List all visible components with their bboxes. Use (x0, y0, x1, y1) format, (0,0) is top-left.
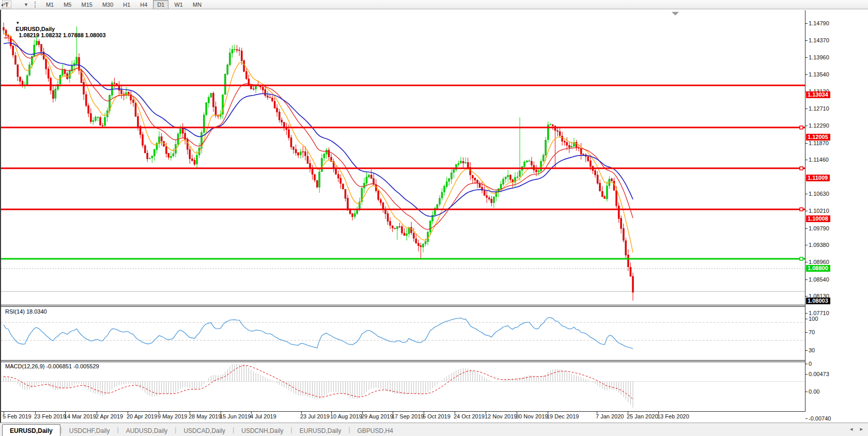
ma-slow-line[interactable] (4, 43, 633, 216)
level-line-handle[interactable] (800, 257, 803, 260)
timeframe-bar: M1M5M15M30H1H4D1W1MN (42, 0, 206, 9)
date-tick-label: 30 Nov 2019 (516, 413, 548, 419)
chart-header: ▼ EURUSD,Daily 1.08219 1.08232 1.07888 1… (6, 13, 106, 44)
price-tick-label: 1.13540 (809, 71, 829, 77)
price-tick-mark (805, 245, 808, 245)
price-level-badge: 1.10008 (806, 215, 830, 222)
timeframe-button-m1[interactable]: M1 (42, 0, 58, 9)
price-tick-label: 100 (809, 316, 818, 322)
price-level-badge: 1.13034 (806, 91, 830, 98)
date-tick-label: 13 Feb 2020 (657, 413, 689, 419)
price-tick-mark (805, 279, 808, 280)
chart-tab-eurusd-daily[interactable]: EURUSD,Daily (2, 424, 60, 436)
price-tick-mark (805, 350, 808, 351)
price-tick-label: 0 (809, 361, 812, 367)
price-tick-label: 1.12290 (809, 122, 829, 129)
cursor-mode-icon[interactable] (12, 1, 22, 8)
price-tick-mark (805, 374, 808, 375)
price-tick-label: 1.14790 (809, 20, 829, 26)
date-tick-label: 23 Jul 2019 (300, 413, 330, 419)
date-tick-label: 10 Aug 2019 (330, 413, 362, 419)
ma-medium-line[interactable] (4, 38, 633, 229)
chart-tab-gbpusd-h4[interactable]: GBPUSD,H4 (350, 425, 400, 436)
price-tick-mark (805, 40, 808, 41)
price-tick-label: 0.00473 (809, 371, 829, 377)
price-level-badge: 1.12005 (806, 134, 830, 141)
level-line-handle[interactable] (800, 126, 803, 129)
price-tick-label: 1.08540 (809, 276, 829, 283)
rsi-line (4, 318, 633, 349)
tab-scroll-right-icon[interactable]: ▸ (860, 426, 863, 432)
cursor-mode-glyph (0, 2, 7, 8)
timeframe-button-m5[interactable]: M5 (59, 0, 75, 9)
timeframe-button-m30[interactable]: M30 (98, 0, 117, 9)
date-tick-label: 25 Jan 2020 (627, 413, 658, 419)
chart-tab-usdcnh-daily[interactable]: USDCNH,Daily (234, 425, 290, 436)
price-tick-mark (805, 211, 808, 211)
tab-scroll-left-icon[interactable]: ◂ (850, 426, 853, 432)
price-tick-label: 1.09790 (809, 225, 829, 231)
chart-ohlc-values: 1.08219 1.08232 1.07888 1.08003 (19, 32, 105, 38)
price-tick-mark (805, 228, 808, 229)
price-tick-label: 1.13960 (809, 54, 829, 60)
price-tick-label: 1.11460 (809, 157, 829, 163)
level-line-handle[interactable] (800, 208, 803, 211)
price-level-badge: 1.11009 (806, 175, 830, 181)
chart-window: ▼ EURUSD,Daily 1.08219 1.08232 1.07888 1… (0, 10, 868, 423)
price-tick-mark (805, 194, 808, 194)
price-tick-mark (805, 262, 808, 262)
price-tick-mark (805, 23, 808, 24)
price-tick-mark (805, 319, 808, 319)
chart-tab-usdchf-daily[interactable]: USDCHF,Daily (62, 425, 117, 436)
price-tick-label: 70 (809, 329, 815, 335)
date-tick-label: 20 Apr 2019 (127, 413, 157, 419)
main-chart-plot[interactable] (1, 10, 805, 304)
timeframe-button-m15[interactable]: M15 (77, 0, 96, 9)
timeframe-button-mn[interactable]: MN (189, 0, 206, 9)
timeframe-button-h1[interactable]: H1 (119, 0, 134, 9)
rsi-plot[interactable] (1, 306, 805, 360)
chart-tab-usdcad-daily[interactable]: USDCAD,Daily (176, 425, 233, 436)
price-tick-mark (805, 74, 808, 75)
price-tick-mark (805, 418, 808, 419)
date-tick-label: 28 May 2019 (189, 413, 222, 419)
date-tick-label: 23 Feb 2019 (34, 413, 66, 419)
price-tick-label: 1.11870 (809, 140, 829, 146)
last-price-badge: 1.08003 (806, 298, 830, 304)
date-tick-label: 24 Oct 2019 (454, 413, 485, 419)
price-tick-label: 1.09380 (809, 242, 829, 248)
price-tick-mark (805, 160, 808, 160)
level-line-handle[interactable] (800, 167, 803, 170)
macd-plot[interactable] (1, 362, 805, 411)
date-tick-label: 7 Jan 2020 (596, 413, 624, 419)
date-tick-label: 9 May 2019 (158, 413, 187, 419)
price-tick-mark (805, 108, 808, 109)
price-axis[interactable]: 1.147901.143701.139601.135401.131201.127… (805, 10, 868, 412)
rsi-label: RSI(14) 18.0340 (5, 308, 47, 315)
chart-tab-eurusd-daily[interactable]: EURUSD,Daily (292, 425, 349, 436)
date-tick-label: 4 Jul 2019 (250, 413, 276, 419)
macd-label: MACD(12,26,9) -0.006851 -0.005529 (5, 363, 99, 369)
chart-tab-audusd-daily[interactable]: AUDUSD,Daily (119, 425, 175, 436)
price-tick-label: -0.00740 (809, 415, 831, 422)
price-tick-mark (805, 313, 808, 314)
ma-fast-line[interactable] (4, 34, 633, 252)
symbol-dropdown-icon[interactable]: ▼ (16, 21, 20, 25)
price-tick-mark (805, 126, 808, 126)
timeframe-button-h4[interactable]: H4 (136, 0, 151, 9)
main-toolbar: T ▼ M1M5M15M30H1H4D1W1MN (0, 0, 868, 9)
date-tick-label: 5 Oct 2019 (423, 413, 451, 419)
price-tick-mark (805, 57, 808, 58)
price-tick-label: 1.14370 (809, 37, 829, 43)
tab-scroll-arrows: ◂ ▸ (850, 426, 863, 432)
timeframe-button-d1[interactable]: D1 (153, 0, 168, 9)
price-tick-label: 1.10630 (809, 191, 829, 197)
date-tick-label: 19 Dec 2019 (547, 413, 579, 419)
price-tick-label: 0.00 (809, 388, 819, 395)
tool-dropdown-button[interactable]: ▼ (23, 1, 29, 8)
date-tick-label: 29 Aug 2019 (361, 413, 393, 419)
toolbar-grip (35, 2, 38, 8)
date-axis[interactable]: 5 Feb 201923 Feb 201914 Mar 20192 Apr 20… (1, 412, 868, 423)
timeframe-button-w1[interactable]: W1 (170, 0, 187, 9)
chart-shift-marker-icon[interactable] (672, 12, 679, 15)
